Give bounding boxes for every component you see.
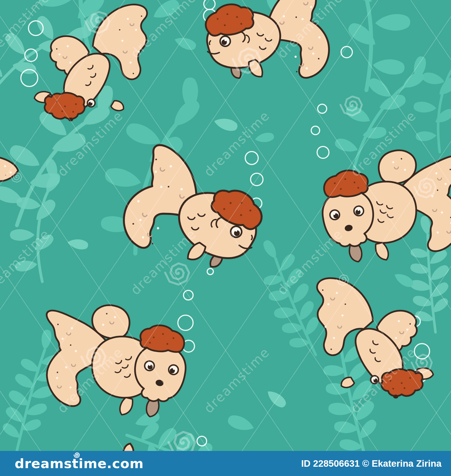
goldfish-top-center (199, 0, 333, 94)
fish-tail-tip-left-edge (0, 157, 18, 181)
dreamstime-logo: dreamstime.com (15, 456, 144, 471)
goldfish-bottom-left (40, 301, 190, 419)
image-credit: ID 228506631 © Ekaterina Zirina (301, 458, 441, 469)
fish-fin-tip-bottom-edge (123, 444, 133, 451)
stock-image-preview: dreamstime dreamstime dreamstime dreamst… (0, 0, 451, 476)
dreamstime-spiral-icon (73, 451, 81, 459)
goldfish-pattern-scene (0, 0, 451, 451)
goldfish-middle-right (319, 146, 451, 264)
pattern-artwork: dreamstime dreamstime dreamstime dreamst… (0, 0, 451, 451)
dreamstime-footer-bar: dreamstime.com ID 228506631 © Ekaterina … (0, 451, 451, 476)
